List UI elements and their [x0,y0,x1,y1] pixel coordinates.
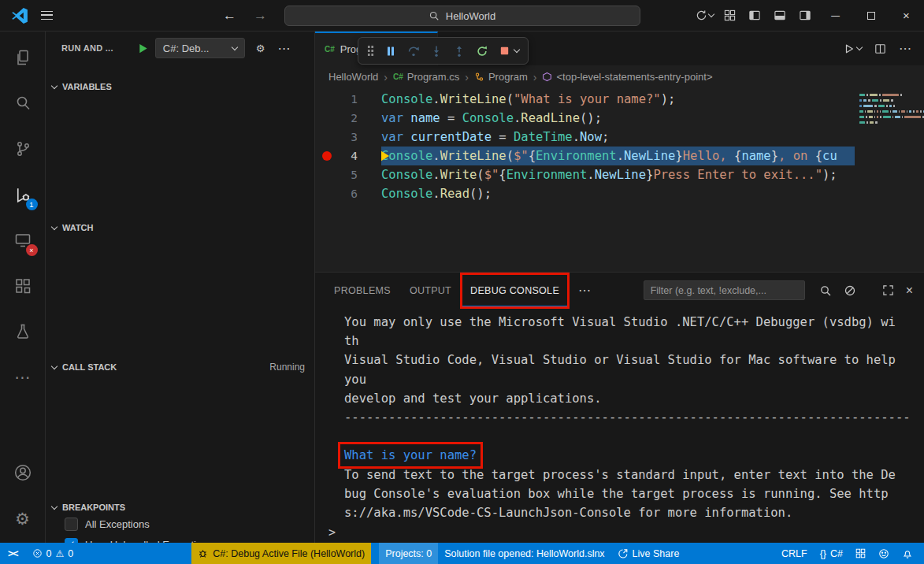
additional-views-button[interactable]: ⋯ [4,354,42,400]
sidebar-item-testing[interactable] [4,309,42,354]
toggle-secondary-sidebar-button[interactable] [792,0,818,31]
chevron-down-icon [856,44,863,50]
breakpoint-dot[interactable] [322,151,332,161]
settings-gear-button[interactable]: ⚙ [4,495,42,541]
views-more-actions-button[interactable]: ⋯ [278,41,291,56]
breadcrumb-entry-point[interactable]: <top-level-statements-entry-point> [542,71,712,83]
code-line-text[interactable]: Console.WriteLine($"{Environment.NewLine… [381,147,855,165]
breakpoint-row-all-exceptions[interactable]: ✓ All Exceptions [46,515,314,532]
configure-launch-icon[interactable]: ⚙ [256,43,265,54]
notifications-bell-icon[interactable] [896,543,919,564]
debug-configuration-dropdown[interactable]: C#: Deb... [155,38,245,58]
start-debugging-button[interactable] [137,43,149,54]
gutter[interactable]: 4 [315,147,381,165]
back-button[interactable]: ← [223,8,236,24]
warning-icon: ⚠ [56,549,65,558]
drag-handle[interactable] [367,45,374,57]
language-mode-indicator[interactable]: {} C# [814,543,849,564]
gear-icon: ⚙ [15,510,30,527]
code-line-text[interactable]: var name = Console.ReadLine(); [381,109,855,128]
gutter[interactable]: 1 [315,90,381,109]
window-minimize-button[interactable]: ─ [818,0,853,31]
maximize-panel-icon[interactable] [882,284,894,296]
gutter[interactable]: 6 [315,184,381,203]
gutter[interactable]: 2 [315,109,381,128]
section-watch[interactable]: WATCH [46,218,314,237]
chevron-down-icon [514,46,520,53]
breadcrumb-project[interactable]: HelloWorld [328,71,378,83]
toggle-sidebar-button[interactable] [742,0,767,31]
layout-grid-icon[interactable] [849,543,872,564]
toggle-panel-button[interactable] [767,0,792,31]
checkbox[interactable]: ✓ [65,518,78,531]
code-line-text[interactable]: Console.WriteLine("What is your name?"); [381,90,855,109]
breakpoint-row-user-unhandled[interactable]: ✓ User-Unhandled Exceptions [46,536,314,543]
clear-console-icon[interactable] [844,284,856,297]
command-center-search[interactable]: HelloWorld [284,6,640,26]
feedback-smiley-icon[interactable] [872,543,896,564]
debug-console-input[interactable]: > [315,522,924,543]
projects-status-item[interactable]: Projects: 0 [379,543,438,564]
sidebar-item-search[interactable] [4,80,42,126]
step-into-button[interactable] [430,45,443,58]
sync-button[interactable] [692,0,717,31]
sidebar-item-extensions[interactable] [4,263,42,309]
tab-output[interactable]: OUTPUT [402,275,459,306]
tab-debug-console[interactable]: DEBUG CONSOLE [462,275,567,306]
code-line[interactable]: 1Console.WriteLine("What is your name?")… [315,90,924,109]
split-editor-button[interactable] [874,43,886,54]
problems-status[interactable]: 0 ⚠ 0 [26,543,80,564]
code-line[interactable]: 3var currentDate = DateTime.Now; [315,128,924,147]
status-bar: >< 0 ⚠ 0 C#: Debug Active File (HelloWor… [0,543,924,564]
menu-icon[interactable] [41,11,53,20]
forward-button[interactable]: → [254,8,267,24]
brackets-icon: {} [820,548,826,559]
run-file-button[interactable] [844,43,862,54]
code-line-text[interactable]: var currentDate = DateTime.Now; [381,128,855,147]
editor-more-actions-button[interactable]: ⋯ [899,41,911,56]
chevron-down-icon [51,362,58,369]
breadcrumb-symbol[interactable]: Program [474,71,528,83]
code-line[interactable]: 4Console.WriteLine($"{Environment.NewLin… [315,147,924,165]
code-line[interactable]: 6Console.Read(); [315,184,924,203]
section-call-stack[interactable]: CALL STACK Running [46,358,314,377]
sidebar-item-explorer[interactable] [4,35,42,80]
breadcrumb-file[interactable]: C# Program.cs [393,71,459,83]
code-line[interactable]: 5Console.Write($"{Environment.NewLine}Pr… [315,165,924,184]
step-out-button[interactable] [453,45,466,58]
customize-layout-button[interactable] [717,0,742,31]
accounts-button[interactable] [4,450,42,495]
debug-status-item[interactable]: C#: Debug Active File (HelloWorld) [191,543,371,564]
minimap[interactable] [855,90,924,272]
step-over-button[interactable] [407,45,420,58]
sidebar-item-remote-explorer[interactable]: × [4,217,42,263]
pause-button[interactable] [384,45,397,58]
window-maximize-button[interactable] [853,0,889,31]
gutter[interactable]: 5 [315,165,381,184]
code-editor[interactable]: 1Console.WriteLine("What is your name?")… [315,88,924,272]
remote-indicator[interactable]: >< [0,543,26,564]
restart-button[interactable] [476,45,488,58]
window-close-button[interactable]: × [889,0,924,31]
section-breakpoints[interactable]: BREAKPOINTS [46,498,314,517]
source-control-icon [13,139,32,158]
console-filter-input[interactable] [644,280,805,300]
close-panel-icon[interactable]: × [906,284,913,297]
tab-problems[interactable]: PROBLEMS [326,275,399,306]
code-line-text[interactable]: Console.Read(); [381,184,855,203]
stop-button[interactable] [499,45,519,57]
section-variables[interactable]: VARIABLES [46,77,314,96]
eol-indicator[interactable]: CRLF [775,543,814,564]
code-line[interactable]: 2var name = Console.ReadLine(); [315,109,924,128]
gutter[interactable]: 3 [315,128,381,147]
live-share-item[interactable]: Live Share [611,543,686,564]
code-line-text[interactable]: Console.Write($"{Environment.NewLine}Pre… [381,165,855,184]
checkbox[interactable]: ✓ [65,538,78,544]
solution-status-item[interactable]: Solution file opened: HelloWorld.slnx [438,543,610,564]
sidebar-item-run-and-debug[interactable]: 1 [4,172,42,217]
panel-more-tabs-button[interactable]: ⋯ [570,283,599,298]
find-icon[interactable] [819,284,832,297]
section-label: WATCH [62,223,94,232]
csharp-file-icon: C# [393,72,403,81]
sidebar-item-source-control[interactable] [4,126,42,172]
